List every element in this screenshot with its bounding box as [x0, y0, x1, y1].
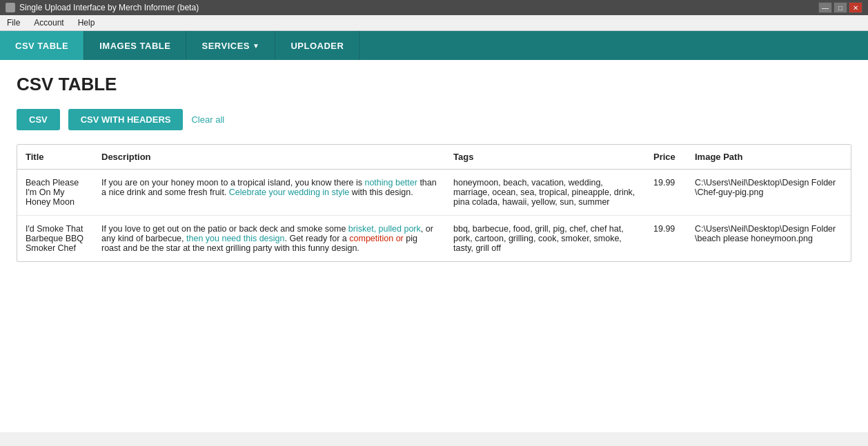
title-bar: Single Upload Interface by Merch Informe…	[0, 0, 868, 15]
table-row: I'd Smoke That Barbeque BBQ Smoker ChefI…	[17, 216, 851, 262]
col-header-description: Description	[93, 145, 445, 170]
tab-uploader[interactable]: UPLOADER	[275, 31, 359, 60]
cell-imagepath-1: C:\Users\Neil\Desktop\Design Folder\beac…	[687, 216, 851, 262]
cell-description-1: If you love to get out on the patio or b…	[93, 216, 445, 262]
close-button[interactable]: ✕	[849, 2, 862, 13]
data-table-wrapper: Title Description Tags Price Image Path …	[17, 144, 851, 262]
minimize-button[interactable]: —	[818, 2, 832, 13]
csv-table: Title Description Tags Price Image Path …	[17, 145, 851, 261]
cell-price-0: 19.99	[645, 170, 687, 216]
tab-csv-table[interactable]: CSV TABLE	[0, 31, 84, 60]
table-header-row: Title Description Tags Price Image Path	[17, 145, 851, 170]
nav-tabs: CSV TABLE IMAGES TABLE SERVICES ▼ UPLOAD…	[0, 31, 868, 60]
tab-images-table[interactable]: IMAGES TABLE	[84, 31, 186, 60]
cell-price-1: 19.99	[645, 216, 687, 262]
main-content: CSV TABLE CSV CSV WITH HEADERS Clear all…	[0, 60, 868, 432]
table-row: Beach Please I'm On My Honey MoonIf you …	[17, 170, 851, 216]
menu-account[interactable]: Account	[31, 17, 66, 29]
tab-services[interactable]: SERVICES ▼	[186, 31, 275, 60]
col-header-tags: Tags	[445, 145, 645, 170]
action-buttons: CSV CSV WITH HEADERS Clear all	[17, 109, 851, 130]
cell-description-0: If you are on your honey moon to a tropi…	[93, 170, 445, 216]
csv-button[interactable]: CSV	[17, 109, 60, 130]
col-header-imagepath: Image Path	[687, 145, 851, 170]
col-header-price: Price	[645, 145, 687, 170]
cell-imagepath-0: C:\Users\Neil\Desktop\Design Folder\Chef…	[687, 170, 851, 216]
cell-title-0[interactable]: Beach Please I'm On My Honey Moon	[17, 170, 93, 216]
cell-title-1[interactable]: I'd Smoke That Barbeque BBQ Smoker Chef	[17, 216, 93, 262]
app-icon	[6, 3, 15, 12]
clear-all-button[interactable]: Clear all	[191, 114, 224, 125]
page-title: CSV TABLE	[17, 74, 851, 95]
window-controls[interactable]: — □ ✕	[818, 2, 862, 13]
cell-tags-0: honeymoon, beach, vacation, wedding, mar…	[445, 170, 645, 216]
col-header-title: Title	[17, 145, 93, 170]
menu-help[interactable]: Help	[75, 17, 98, 29]
cell-tags-1: bbq, barbecue, food, grill, pig, chef, c…	[445, 216, 645, 262]
menu-bar: File Account Help	[0, 15, 868, 31]
menu-file[interactable]: File	[4, 17, 23, 29]
services-chevron-icon: ▼	[253, 42, 259, 50]
app-title: Single Upload Interface by Merch Informe…	[19, 3, 199, 12]
maximize-button[interactable]: □	[834, 2, 847, 13]
csv-with-headers-button[interactable]: CSV WITH HEADERS	[68, 109, 184, 130]
